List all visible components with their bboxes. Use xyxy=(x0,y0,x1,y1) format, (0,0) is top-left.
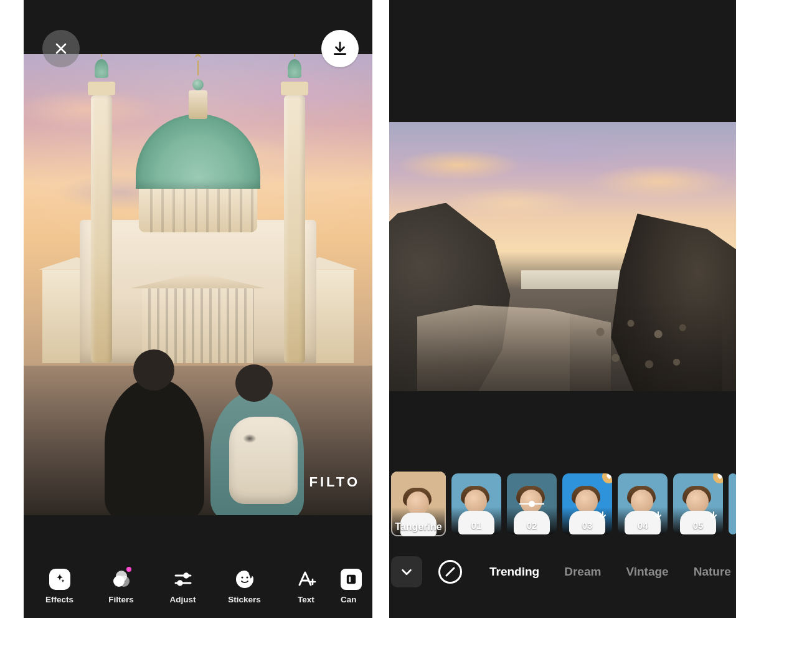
tool-label: Filters xyxy=(108,595,134,604)
svg-point-2 xyxy=(116,571,127,582)
download-icon xyxy=(332,40,348,57)
left-app: FILTO Effects xyxy=(24,0,372,618)
stickers-icon xyxy=(234,569,255,590)
category-tab-trending[interactable]: Trending xyxy=(489,565,539,579)
tool-stickers[interactable]: Stickers xyxy=(214,569,275,604)
foreground-backpack xyxy=(229,417,298,504)
column-right xyxy=(284,95,305,363)
right-photo-canvas[interactable] xyxy=(389,122,736,391)
svg-point-8 xyxy=(246,576,248,578)
filter-thumb-05[interactable]: 05 xyxy=(673,473,723,534)
watermark-text: FILTO xyxy=(309,474,360,490)
column-left xyxy=(91,95,112,363)
filter-thumb-02[interactable]: 02 xyxy=(507,473,557,534)
filter-thumb-label: 03 xyxy=(562,518,612,534)
intensity-indicator-icon xyxy=(519,503,544,505)
tool-text[interactable]: Text xyxy=(275,569,337,604)
svg-rect-13 xyxy=(349,576,351,582)
adjust-icon xyxy=(172,569,194,590)
category-tab-nature[interactable]: Nature xyxy=(694,565,731,579)
stage: FILTO Effects xyxy=(0,0,812,669)
dome-lantern xyxy=(189,90,207,119)
left-photo-canvas[interactable]: FILTO xyxy=(24,54,372,515)
dome-drum xyxy=(139,183,257,232)
close-icon xyxy=(54,41,68,56)
filters-new-dot-icon xyxy=(126,567,131,572)
filter-thumb-01[interactable]: 01 xyxy=(451,473,501,534)
filter-thumb-label: Tangerine xyxy=(391,519,446,536)
download-button[interactable] xyxy=(321,30,359,67)
category-tab-dream[interactable]: Dream xyxy=(564,565,601,579)
pebbles xyxy=(570,300,722,391)
tool-canvas[interactable]: Can xyxy=(337,569,372,604)
filter-thumb-04[interactable]: 04 xyxy=(618,473,668,534)
dome-finial xyxy=(197,60,199,75)
svg-point-4 xyxy=(184,573,187,577)
filter-thumb-label: 05 xyxy=(673,518,723,534)
svg-line-14 xyxy=(446,568,454,576)
tool-label: Text xyxy=(298,595,314,604)
dome xyxy=(136,114,260,189)
no-filter-icon xyxy=(443,564,458,579)
filter-thumbnail-strip[interactable]: Tangerine0102030405 xyxy=(389,471,736,537)
collapse-button[interactable] xyxy=(391,556,422,587)
filter-thumb-label: 01 xyxy=(451,518,501,534)
tool-label: Stickers xyxy=(228,595,261,604)
tool-label: Can xyxy=(341,595,357,604)
canvas-icon xyxy=(341,569,362,590)
svg-point-7 xyxy=(241,576,243,578)
no-filter-button[interactable] xyxy=(438,560,462,584)
category-tab-vintage[interactable]: Vintage xyxy=(626,565,668,579)
close-button[interactable] xyxy=(42,30,80,67)
chevron-down-icon xyxy=(400,565,413,579)
filter-thumb-label: 02 xyxy=(507,518,557,534)
filter-thumb-03[interactable]: 03 xyxy=(562,473,612,534)
text-icon xyxy=(296,569,317,590)
tool-label: Effects xyxy=(45,595,73,604)
tool-effects[interactable]: Effects xyxy=(29,569,90,604)
filter-bottom-row: TrendingDreamVintageNature xyxy=(389,553,736,591)
effects-icon xyxy=(49,569,70,590)
filter-thumb-more[interactable] xyxy=(729,473,736,534)
filters-icon xyxy=(111,569,132,590)
svg-rect-12 xyxy=(347,574,356,583)
filter-thumb-tangerine[interactable]: Tangerine xyxy=(391,472,446,536)
right-app: Tangerine0102030405 TrendingDreamVintage… xyxy=(389,0,736,618)
tool-adjust[interactable]: Adjust xyxy=(152,569,214,604)
filter-category-tabs: TrendingDreamVintageNature xyxy=(489,565,731,579)
filter-thumb-label: 04 xyxy=(618,518,668,534)
tool-filters[interactable]: Filters xyxy=(90,569,152,604)
left-toolbar: Effects Filters xyxy=(24,558,372,618)
svg-point-6 xyxy=(177,581,181,584)
tool-label: Adjust xyxy=(170,595,196,604)
foreground-person-left xyxy=(105,378,204,515)
